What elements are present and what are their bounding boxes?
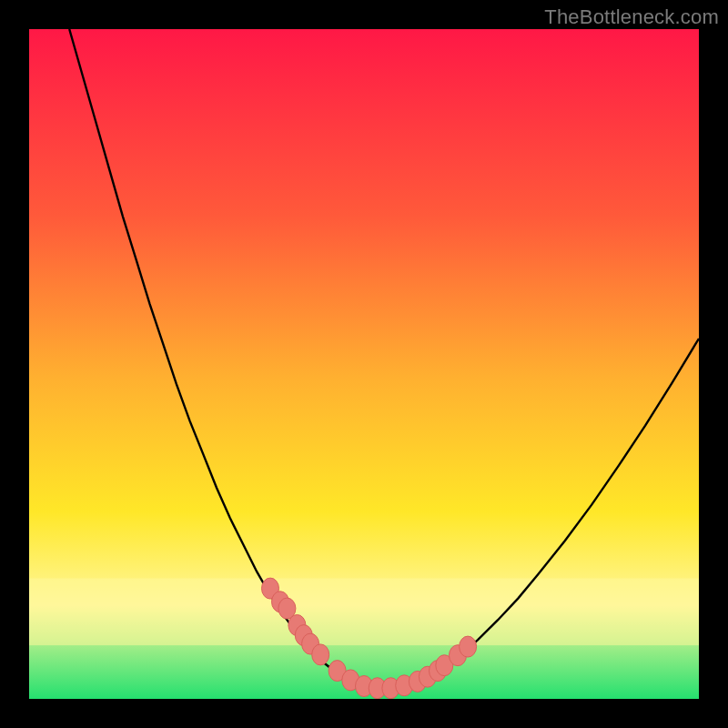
data-dot bbox=[312, 644, 329, 665]
data-dot bbox=[460, 636, 477, 657]
pale-band bbox=[29, 579, 699, 646]
chart-frame bbox=[29, 29, 699, 699]
watermark-label: TheBottleneck.com bbox=[544, 5, 719, 29]
bottleneck-chart bbox=[29, 29, 699, 699]
